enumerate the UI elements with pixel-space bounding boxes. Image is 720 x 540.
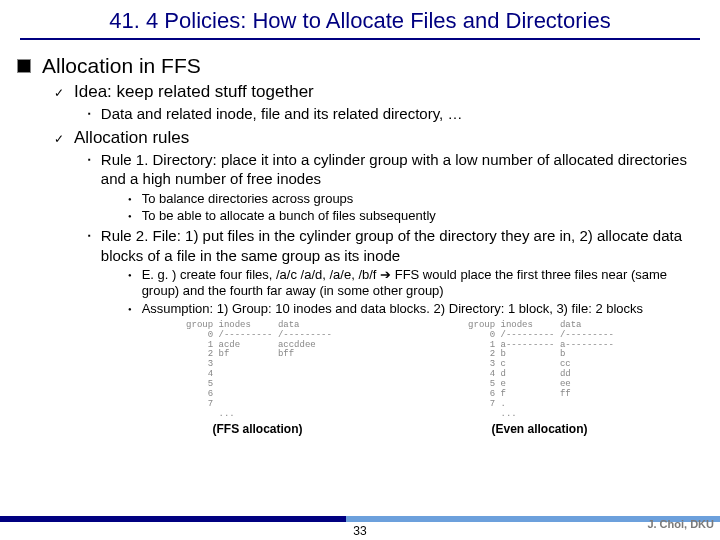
lvl2-text: Allocation rules [74,128,189,148]
small-square-icon: ▪ [88,231,91,241]
tables-row: group inodes data 0 /--------- /--------… [118,321,682,420]
lvl3-text: Rule 1. Directory: place it into a cylin… [101,150,702,189]
dot-icon: ● [128,272,132,280]
page-number: 33 [0,524,720,538]
lvl4-text: E. g. ) create four files, /a/c /a/d, /a… [142,267,702,300]
bullet-lvl2: ✓ Idea: keep related stuff together [54,82,702,102]
bullet-lvl1: Allocation in FFS [18,54,702,78]
bullet-lvl3: ▪ Rule 1. Directory: place it into a cyl… [88,150,702,189]
square-bullet-icon [18,60,30,72]
slide-title: 41. 4 Policies: How to Allocate Files an… [0,0,720,38]
lvl4-text: To be able to allocate a bunch of files … [142,208,436,224]
caption-ffs: (FFS allocation) [212,422,302,436]
bullet-lvl4: ● To balance directories across groups [128,191,702,207]
slide-body: Allocation in FFS ✓ Idea: keep related s… [0,40,720,436]
lvl4-part-a: E. g. ) create four files, /a/c /a/d, /a… [142,267,380,282]
lvl2-text: Idea: keep related stuff together [74,82,314,102]
bullet-lvl4: ● E. g. ) create four files, /a/c /a/d, … [128,267,702,300]
lvl1-text: Allocation in FFS [42,54,201,78]
dot-icon: ● [128,213,132,221]
bullet-lvl3: ▪ Rule 2. File: 1) put files in the cyli… [88,226,702,265]
small-square-icon: ▪ [88,155,91,165]
lvl3-text: Rule 2. File: 1) put files in the cylind… [101,226,702,265]
ffs-allocation-table: group inodes data 0 /--------- /--------… [186,321,332,420]
bullet-lvl2: ✓ Allocation rules [54,128,702,148]
arrow-right-icon: ➔ [380,267,391,282]
captions-row: (FFS allocation) (Even allocation) [118,422,682,436]
bullet-lvl4: ● Assumption: 1) Group: 10 inodes and da… [128,301,702,317]
author-credit: J. Choi, DKU [647,518,714,530]
even-allocation-table: group inodes data 0 /--------- /--------… [468,321,614,420]
lvl3-text: Data and related inode, file and its rel… [101,104,463,124]
lvl4-text: Assumption: 1) Group: 10 inodes and data… [142,301,643,317]
small-square-icon: ▪ [88,109,91,119]
check-icon: ✓ [54,86,64,100]
check-icon: ✓ [54,132,64,146]
lvl4-text: To balance directories across groups [142,191,354,207]
caption-even: (Even allocation) [491,422,587,436]
footer-bar [0,516,720,522]
slide: 41. 4 Policies: How to Allocate Files an… [0,0,720,540]
bullet-lvl3: ▪ Data and related inode, file and its r… [88,104,702,124]
dot-icon: ● [128,196,132,204]
dot-icon: ● [128,306,132,314]
bullet-lvl4: ● To be able to allocate a bunch of file… [128,208,702,224]
